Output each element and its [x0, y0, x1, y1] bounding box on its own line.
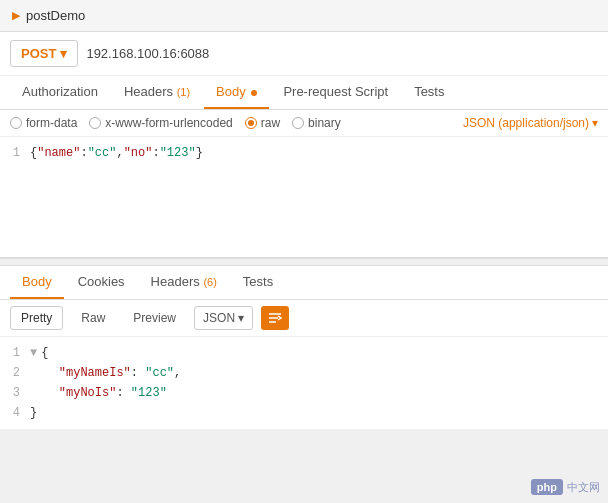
radio-raw-circle — [245, 117, 257, 129]
resp-line-1: 1 ▼{ — [0, 343, 608, 363]
radio-raw[interactable]: raw — [245, 116, 280, 130]
tab-resp-tests[interactable]: Tests — [231, 266, 285, 299]
tab-resp-cookies[interactable]: Cookies — [66, 266, 137, 299]
resp-content-1: ▼{ — [30, 343, 608, 363]
tab-headers[interactable]: Headers (1) — [112, 76, 202, 109]
wrap-icon[interactable] — [261, 306, 289, 330]
response-code-area: 1 ▼{ 2 "myNameIs": "cc", 3 "myNoIs": "12… — [0, 337, 608, 429]
request-section: POST ▾ Authorization Headers (1) Body Pr… — [0, 32, 608, 258]
url-input[interactable] — [86, 46, 598, 61]
req-code-line-1: 1 {"name":"cc","no":"123"} — [0, 143, 608, 163]
resp-linenum-2: 2 — [0, 363, 30, 383]
response-toolbar: Pretty Raw Preview JSON ▾ — [0, 300, 608, 337]
body-active-dot — [251, 90, 257, 96]
resp-line-2: 2 "myNameIs": "cc", — [0, 363, 608, 383]
tab-tests-req[interactable]: Tests — [402, 76, 456, 109]
resp-linenum-3: 3 — [0, 383, 30, 403]
radio-urlencoded-circle — [89, 117, 101, 129]
resp-linenum-4: 4 — [0, 403, 30, 423]
line-num-1: 1 — [0, 143, 30, 163]
resp-format-chevron-icon: ▾ — [238, 311, 244, 325]
radio-form-data[interactable]: form-data — [10, 116, 77, 130]
collection-title: postDemo — [26, 8, 85, 23]
resp-preview-btn[interactable]: Preview — [123, 307, 186, 329]
resp-content-2: "myNameIs": "cc", — [30, 363, 608, 383]
cn-text: 中文网 — [567, 480, 600, 495]
resp-content-4: } — [30, 403, 608, 423]
resp-linenum-1: 1 — [0, 343, 30, 363]
method-selector[interactable]: POST ▾ — [10, 40, 78, 67]
request-tabs: Authorization Headers (1) Body Pre-reque… — [0, 76, 608, 110]
tab-body[interactable]: Body — [204, 76, 269, 109]
body-type-bar: form-data x-www-form-urlencoded raw bina… — [0, 110, 608, 137]
radio-urlencoded[interactable]: x-www-form-urlencoded — [89, 116, 232, 130]
title-bar: ▶ postDemo — [0, 0, 608, 32]
radio-form-data-circle — [10, 117, 22, 129]
resp-line-3: 3 "myNoIs": "123" — [0, 383, 608, 403]
resp-raw-btn[interactable]: Raw — [71, 307, 115, 329]
method-chevron-icon: ▾ — [60, 46, 67, 61]
tab-resp-body[interactable]: Body — [10, 266, 64, 299]
resp-pretty-btn[interactable]: Pretty — [10, 306, 63, 330]
req-code-content-1: {"name":"cc","no":"123"} — [30, 143, 608, 163]
section-divider — [0, 258, 608, 266]
resp-headers-badge: (6) — [203, 276, 216, 288]
tab-prerequest[interactable]: Pre-request Script — [271, 76, 400, 109]
php-logo: php — [531, 479, 563, 495]
resp-content-3: "myNoIs": "123" — [30, 383, 608, 403]
response-section: Body Cookies Headers (6) Tests Pretty Ra… — [0, 266, 608, 429]
request-code-area[interactable]: 1 {"name":"cc","no":"123"} — [0, 137, 608, 257]
response-tabs: Body Cookies Headers (6) Tests — [0, 266, 608, 300]
collapse-arrow-icon[interactable]: ▶ — [12, 9, 20, 22]
resp-line-4: 4 } — [0, 403, 608, 423]
resp-format-dropdown[interactable]: JSON ▾ — [194, 306, 253, 330]
format-dropdown[interactable]: JSON (application/json) ▾ — [463, 116, 598, 130]
tab-resp-headers[interactable]: Headers (6) — [139, 266, 229, 299]
watermark: php 中文网 — [531, 479, 600, 495]
method-label: POST — [21, 46, 56, 61]
tab-authorization[interactable]: Authorization — [10, 76, 110, 109]
format-chevron-icon: ▾ — [592, 116, 598, 130]
radio-binary-circle — [292, 117, 304, 129]
url-bar: POST ▾ — [0, 32, 608, 76]
headers-badge: (1) — [177, 86, 190, 98]
radio-binary[interactable]: binary — [292, 116, 341, 130]
